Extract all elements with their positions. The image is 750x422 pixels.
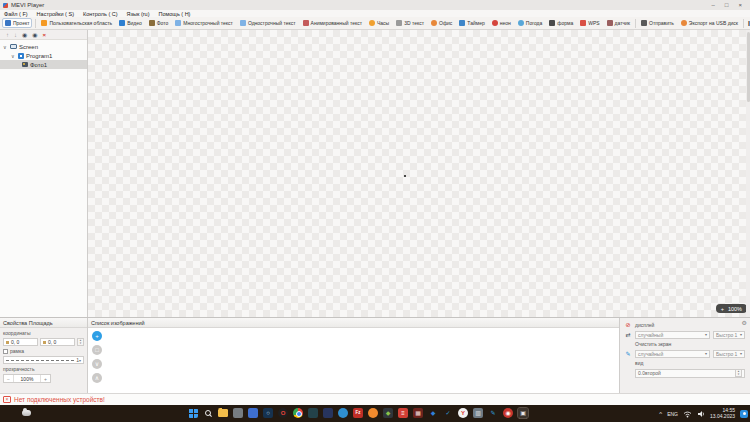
weather-button[interactable]: Погода bbox=[516, 19, 544, 27]
animated-text-button[interactable]: Анимированный текст bbox=[301, 19, 364, 27]
project-tree-panel: ↑ ↓ ◉ ◉ × ∨ Screen ∨ Program1 bbox=[0, 30, 88, 317]
yandex-icon[interactable]: Y bbox=[458, 408, 468, 418]
canvas-zoom-control[interactable]: + 100% bbox=[716, 304, 747, 313]
send-button[interactable]: Отправить bbox=[639, 19, 676, 27]
checkmark-app-icon[interactable]: ✓ bbox=[443, 408, 453, 418]
search-icon[interactable] bbox=[203, 408, 213, 418]
collapse-arrow-icon[interactable]: ∨ bbox=[3, 44, 8, 50]
photos-app-icon[interactable] bbox=[308, 408, 318, 418]
add-image-button[interactable]: + bbox=[92, 331, 102, 341]
maximize-button[interactable]: □ bbox=[725, 2, 729, 8]
collapse-arrow-icon[interactable]: ∨ bbox=[11, 53, 16, 59]
timer-button[interactable]: Таймер bbox=[457, 19, 486, 27]
file-explorer-icon[interactable] bbox=[218, 408, 228, 418]
clear-speed-dropdown[interactable]: Быстро 1 ▾ bbox=[713, 350, 745, 358]
notes-app-icon[interactable]: ≡ bbox=[398, 408, 408, 418]
tool-icon[interactable] bbox=[233, 408, 243, 418]
badge-app-icon[interactable]: ◉ bbox=[503, 408, 513, 418]
sensor-button[interactable]: датчик bbox=[605, 19, 632, 27]
user-area-button[interactable]: Пользовательская область bbox=[39, 19, 114, 27]
wps-button[interactable]: WPS bbox=[578, 19, 601, 27]
led-app-icon[interactable]: ▦ bbox=[413, 408, 423, 418]
clear-effect-dropdown[interactable]: случайный ▾ bbox=[635, 350, 710, 358]
image-list-empty-area[interactable] bbox=[104, 330, 617, 391]
chevron-down-icon: ▾ bbox=[79, 358, 81, 363]
duration-spinner[interactable]: ▴▾ bbox=[735, 369, 742, 377]
vertical-scrollbar[interactable] bbox=[746, 30, 750, 317]
video-button[interactable]: Видео bbox=[117, 19, 144, 27]
menu-control[interactable]: Контроль ( C) bbox=[83, 11, 118, 17]
duration-field[interactable]: 0.0второй ▴▾ bbox=[635, 369, 745, 378]
tray-chevron-icon[interactable]: ^ bbox=[659, 411, 662, 417]
active-player-icon[interactable]: ▣ bbox=[518, 408, 528, 418]
language-indicator[interactable]: ENG bbox=[667, 411, 678, 417]
move-image-up-button[interactable]: ∧ bbox=[92, 373, 102, 383]
display-effect-dropdown[interactable]: случайный ▾ bbox=[635, 331, 710, 339]
opera-icon[interactable]: O bbox=[278, 408, 288, 418]
chevron-down-icon: ▾ bbox=[705, 351, 707, 356]
canvas-zoom-plus[interactable]: + bbox=[721, 306, 724, 312]
scrollbar-thumb[interactable] bbox=[747, 32, 750, 102]
move-down-icon[interactable]: ↓ bbox=[14, 32, 17, 38]
globe-icon[interactable] bbox=[338, 408, 348, 418]
text3d-button[interactable]: 3D текст bbox=[394, 19, 426, 27]
tree-item-program[interactable]: ∨ Program1 bbox=[0, 51, 87, 60]
tree-item-screen[interactable]: ∨ Screen bbox=[0, 42, 87, 51]
move-up-icon[interactable]: ↑ bbox=[6, 32, 9, 38]
menu-settings[interactable]: Настройки ( S) bbox=[37, 11, 74, 17]
bank-app-icon[interactable]: ▥ bbox=[473, 408, 483, 418]
form-icon bbox=[549, 20, 555, 26]
chat-app-icon[interactable] bbox=[248, 408, 258, 418]
media-app-icon[interactable]: ○ bbox=[263, 408, 273, 418]
multiline-text-button[interactable]: Многострочный текст bbox=[173, 19, 235, 27]
coordinate-x-field[interactable]: 0, 0 bbox=[3, 338, 38, 346]
close-button[interactable]: × bbox=[738, 2, 742, 8]
stop-icon[interactable]: ◉ bbox=[32, 32, 37, 38]
chrome-icon[interactable] bbox=[293, 408, 303, 418]
move-image-down-button[interactable]: ∨ bbox=[92, 359, 102, 369]
display-speed-dropdown[interactable]: Быстро 1 ▾ bbox=[713, 331, 745, 339]
diamond-app-icon[interactable]: ◆ bbox=[428, 408, 438, 418]
line-style-dropdown[interactable]: 1 ▾ bbox=[3, 356, 84, 364]
project-button[interactable]: Проект bbox=[2, 18, 32, 28]
pen-app-icon[interactable]: ✎ bbox=[488, 408, 498, 418]
minimize-button[interactable]: – bbox=[712, 2, 715, 8]
design-canvas[interactable]: + 100% bbox=[88, 30, 750, 317]
form-button[interactable]: форма bbox=[547, 19, 575, 27]
notification-icon[interactable] bbox=[740, 410, 748, 418]
clock-button[interactable]: Часы bbox=[367, 19, 391, 27]
photo-button[interactable]: Фото bbox=[147, 19, 171, 27]
volume-icon[interactable] bbox=[697, 410, 705, 418]
dev-tool-icon[interactable]: ◆ bbox=[383, 408, 393, 418]
frame-checkbox[interactable] bbox=[3, 349, 8, 354]
chevron-down-icon: ▾ bbox=[740, 332, 742, 337]
menu-help[interactable]: Помощь ( H) bbox=[159, 11, 191, 17]
opacity-decrease-button[interactable]: − bbox=[4, 375, 14, 382]
menu-language[interactable]: Язык (ru) bbox=[127, 11, 150, 17]
firefox-icon[interactable] bbox=[368, 408, 378, 418]
neon-button[interactable]: неон bbox=[490, 19, 513, 27]
editor-app-icon[interactable] bbox=[323, 408, 333, 418]
office-button[interactable]: Офис bbox=[429, 19, 454, 27]
start-button[interactable] bbox=[188, 408, 198, 418]
wifi-icon[interactable] bbox=[683, 410, 692, 418]
y-marker-icon bbox=[43, 341, 46, 344]
tree-item-photo[interactable]: Фото1 bbox=[0, 60, 87, 69]
menu-file[interactable]: Файл ( F) bbox=[4, 11, 28, 17]
opacity-increase-button[interactable]: + bbox=[40, 375, 50, 382]
coordinate-spinner[interactable]: ▴▾ bbox=[77, 338, 84, 346]
export-usb-button[interactable]: Экспорт на USB диск bbox=[679, 19, 740, 27]
remove-image-button[interactable]: □ bbox=[92, 345, 102, 355]
singleline-text-button[interactable]: Однострочный текст bbox=[238, 19, 298, 27]
device-disconnected-icon: × bbox=[3, 396, 11, 403]
project-label: Проект bbox=[13, 20, 29, 26]
coordinate-y-field[interactable]: 0, 0 bbox=[40, 338, 75, 346]
image-list-buttons: + □ ∨ ∧ bbox=[90, 330, 104, 391]
panel-gear-icon[interactable]: ⚙ bbox=[742, 319, 747, 326]
x-marker-icon bbox=[6, 341, 9, 344]
weather-icon[interactable] bbox=[22, 410, 31, 416]
taskbar-clock[interactable]: 14:55 13.04.2023 bbox=[710, 408, 735, 420]
play-icon[interactable]: ◉ bbox=[22, 32, 27, 38]
delete-icon[interactable]: × bbox=[43, 32, 47, 38]
filezilla-icon[interactable]: Fz bbox=[353, 408, 363, 418]
